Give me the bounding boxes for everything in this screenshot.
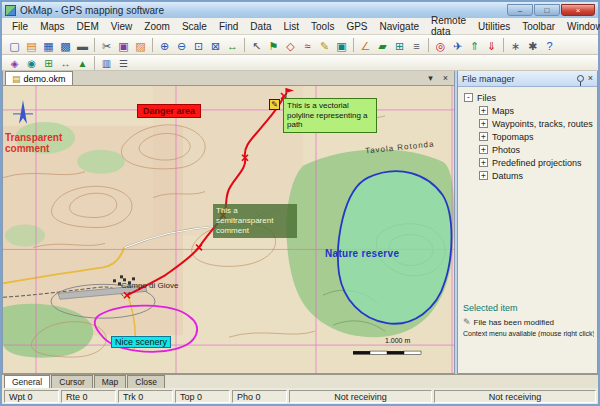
secondary-toolbar: ◈ ◉ ⊞ ↔ ▲ ▥ ☰ (2, 55, 598, 71)
tree-item-topomaps[interactable]: + Topomaps (479, 130, 595, 143)
calibrate-icon[interactable]: ∗ (507, 37, 524, 53)
menu-view[interactable]: View (105, 20, 139, 33)
tree-label-files: Files (477, 93, 496, 103)
tab-close-icon[interactable]: × (439, 72, 452, 83)
projection-icon[interactable]: ◉ (23, 56, 40, 69)
status-bar: Wpt 0 Rte 0 Trk 0 Top 0 Pho 0 Not receiv… (2, 388, 598, 404)
menu-scale[interactable]: Scale (176, 20, 213, 33)
new-document-icon[interactable]: ▢ (6, 37, 23, 53)
transparent-comment-label: Transparent comment (5, 132, 77, 154)
tree-collapse-icon[interactable]: - (464, 93, 473, 102)
save-icon[interactable]: ▦ (40, 37, 57, 53)
modified-file-icon: ✎ (463, 317, 471, 327)
map-canvas[interactable]: Danger area Transparent comment ✎ This i… (3, 86, 454, 373)
route-icon[interactable]: ◇ (282, 37, 299, 53)
settings-icon[interactable]: ✱ (524, 37, 541, 53)
coordinates-icon[interactable]: ⊞ (40, 56, 57, 69)
statistics-icon[interactable]: ▥ (98, 56, 115, 69)
grid-icon[interactable]: ⊞ (391, 37, 408, 53)
tree-expand-icon[interactable]: + (479, 158, 488, 167)
status-toponyms: Top 0 (175, 390, 230, 403)
tree-item-projections[interactable]: + Predefined projections (479, 156, 595, 169)
file-manager-header: File manager × (458, 71, 597, 87)
distance-icon[interactable]: ↔ (57, 56, 74, 69)
zoom-in-icon[interactable]: ⊕ (156, 37, 173, 53)
tab-general[interactable]: General (4, 375, 50, 388)
download-icon[interactable]: ⇓ (483, 37, 500, 53)
tab-cursor[interactable]: Cursor (51, 375, 93, 388)
tree-item-maps[interactable]: + Maps (479, 104, 595, 117)
cut-icon[interactable]: ✂ (98, 37, 115, 53)
upload-icon[interactable]: ⇑ (466, 37, 483, 53)
layers-icon[interactable]: ≡ (408, 37, 425, 53)
tree-expand-icon[interactable]: + (479, 171, 488, 180)
datum-icon[interactable]: ◈ (6, 56, 23, 69)
scale-bar (353, 351, 421, 354)
select-cursor-icon[interactable]: ↖ (248, 37, 265, 53)
menu-gps[interactable]: GPS (340, 20, 373, 33)
help-icon[interactable]: ? (541, 37, 558, 53)
waypoint-icon[interactable]: ⚑ (265, 37, 282, 53)
menu-file[interactable]: File (6, 20, 34, 33)
tree-expand-icon[interactable]: + (479, 132, 488, 141)
pan-icon[interactable]: ↔ (224, 37, 241, 53)
save-all-icon[interactable]: ▩ (57, 37, 74, 53)
file-tree: - Files + Maps + Waypoints, tracks, rout… (458, 87, 597, 184)
menu-bar: File Maps DEM View Zoom Scale Find Data … (2, 18, 598, 35)
menu-find[interactable]: Find (213, 20, 244, 33)
print-icon[interactable]: ▬ (74, 37, 91, 53)
zoom-selection-icon[interactable]: ⊡ (190, 37, 207, 53)
note-pencil-icon: ✎ (269, 99, 280, 110)
menu-list[interactable]: List (277, 20, 305, 33)
map-file-icon: ▤ (12, 74, 21, 84)
close-button[interactable]: × (561, 4, 595, 16)
menu-tools[interactable]: Tools (305, 20, 340, 33)
tree-item-photos[interactable]: + Photos (479, 143, 595, 156)
copy-icon[interactable]: ▣ (115, 37, 132, 53)
menu-utilities[interactable]: Utilities (472, 20, 516, 33)
panel-close-icon[interactable]: × (588, 74, 593, 83)
nice-scenery-label: Nice scenery (111, 336, 171, 348)
menu-maps[interactable]: Maps (34, 20, 70, 33)
tree-label-datums: Datums (492, 171, 523, 181)
tree-label-photos: Photos (492, 145, 520, 155)
menu-toolbar[interactable]: Toolbar (516, 20, 561, 33)
tree-item-waypoints[interactable]: + Waypoints, tracks, routes (479, 117, 595, 130)
zoom-full-icon[interactable]: ⊠ (207, 37, 224, 53)
status-waypoints: Wpt 0 (4, 390, 59, 403)
elevation-icon[interactable]: ▲ (74, 56, 91, 69)
document-tab-bar: ▤ demo.okm ▾ × (3, 71, 454, 86)
selected-item-info: Selected item ✎ File has been modified C… (463, 303, 594, 337)
comment-icon[interactable]: ✎ (316, 37, 333, 53)
open-folder-icon[interactable]: ▤ (23, 37, 40, 53)
tab-list-dropdown-icon[interactable]: ▾ (424, 72, 437, 83)
menu-windows[interactable]: Windows (561, 20, 600, 33)
zoom-out-icon[interactable]: ⊖ (173, 37, 190, 53)
tree-item-files[interactable]: - Files (464, 91, 595, 104)
tree-expand-icon[interactable]: + (479, 145, 488, 154)
area-icon[interactable]: ▰ (374, 37, 391, 53)
tab-map[interactable]: Map (94, 375, 127, 388)
options-icon[interactable]: ☰ (115, 56, 132, 69)
tree-item-datums[interactable]: + Datums (479, 169, 595, 182)
tab-demo-okm[interactable]: ▤ demo.okm (5, 71, 73, 85)
minimize-button[interactable]: – (507, 4, 533, 16)
menu-navigate[interactable]: Navigate (374, 20, 425, 33)
main-toolbar: ▢ ▤ ▦ ▩ ▬ ✂ ▣ ▨ ⊕ ⊖ ⊡ ⊠ ↔ ↖ ⚑ ◇ ≈ ✎ ▣ ∠ … (2, 35, 598, 55)
tree-label-maps: Maps (492, 106, 514, 116)
photo-icon[interactable]: ▣ (333, 37, 350, 53)
navigate-icon[interactable]: ✈ (449, 37, 466, 53)
tab-close[interactable]: Close (127, 375, 165, 388)
tree-expand-icon[interactable]: + (479, 106, 488, 115)
menu-dem[interactable]: DEM (71, 20, 105, 33)
menu-zoom[interactable]: Zoom (138, 20, 176, 33)
status-remote-receiving: Not receiving (434, 390, 596, 403)
gps-icon[interactable]: ◎ (432, 37, 449, 53)
pin-icon[interactable] (577, 75, 584, 82)
track-icon[interactable]: ≈ (299, 37, 316, 53)
ruler-icon[interactable]: ∠ (357, 37, 374, 53)
tree-expand-icon[interactable]: + (479, 119, 488, 128)
menu-data[interactable]: Data (244, 20, 277, 33)
paste-icon[interactable]: ▨ (132, 37, 149, 53)
maximize-button[interactable]: □ (534, 4, 560, 16)
